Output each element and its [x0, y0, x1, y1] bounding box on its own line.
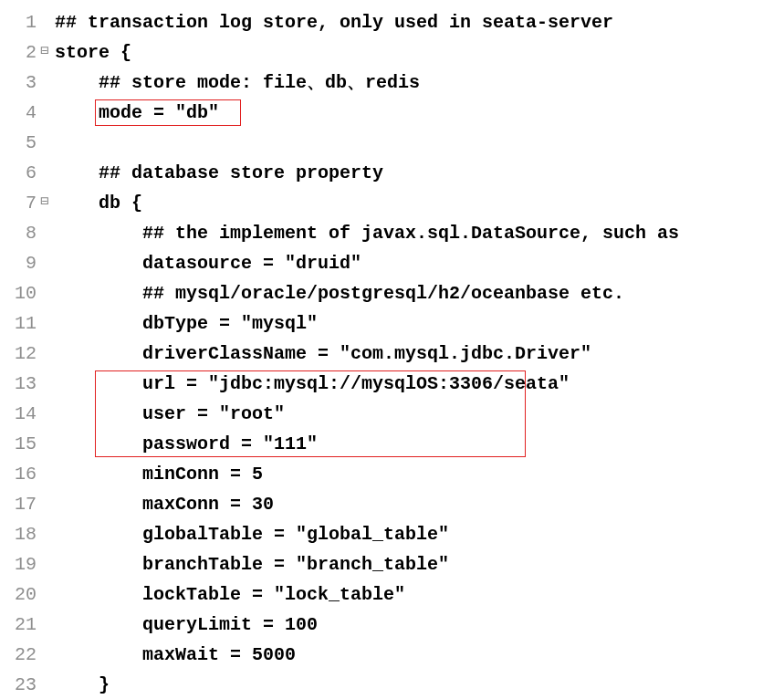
code-text: password = "111"	[55, 429, 318, 459]
code-text: branchTable = "branch_table"	[55, 549, 449, 579]
code-line: 19 branchTable = "branch_table"	[0, 549, 784, 579]
code-line: 1## transaction log store, only used in …	[0, 7, 784, 37]
code-line: 14 user = "root"	[0, 399, 784, 429]
code-line: 23 }	[0, 670, 784, 699]
code-editor: 1## transaction log store, only used in …	[0, 7, 784, 699]
code-line: 12 driverClassName = "com.mysql.jdbc.Dri…	[0, 339, 784, 369]
code-line: 16 minConn = 5	[0, 459, 784, 489]
code-text: store {	[55, 37, 131, 68]
code-line: 4 mode = "db"	[0, 98, 784, 128]
code-line: 2⊟store {	[0, 37, 784, 68]
code-text: queryLimit = 100	[55, 610, 318, 640]
fold-gutter[interactable]: ⊟	[40, 192, 55, 214]
code-line: 13 url = "jdbc:mysql://mysqlOS:3306/seat…	[0, 369, 784, 399]
code-line: 8 ## the implement of javax.sql.DataSour…	[0, 218, 784, 248]
line-number: 14	[0, 399, 40, 429]
line-number: 3	[0, 68, 40, 98]
line-number: 10	[0, 278, 40, 308]
line-number: 17	[0, 489, 40, 519]
code-text: ## database store property	[55, 158, 383, 188]
code-line: 20 lockTable = "lock_table"	[0, 579, 784, 610]
code-text: ## store mode: file、db、redis	[55, 68, 420, 98]
line-number: 23	[0, 670, 40, 699]
code-line: 17 maxConn = 30	[0, 489, 784, 519]
line-number: 1	[0, 7, 40, 37]
code-line: 11 dbType = "mysql"	[0, 308, 784, 339]
code-line: 21 queryLimit = 100	[0, 610, 784, 640]
code-text: maxWait = 5000	[55, 640, 296, 670]
line-number: 20	[0, 579, 40, 610]
code-line: 3 ## store mode: file、db、redis	[0, 68, 784, 98]
code-text: user = "root"	[55, 399, 285, 429]
code-line: 9 datasource = "druid"	[0, 248, 784, 278]
line-number: 13	[0, 369, 40, 399]
line-number: 18	[0, 519, 40, 549]
code-text: mode = "db"	[55, 98, 219, 128]
line-number: 4	[0, 98, 40, 128]
code-text: datasource = "druid"	[55, 248, 361, 278]
line-number: 21	[0, 610, 40, 640]
code-text: ## mysql/oracle/postgresql/h2/oceanbase …	[55, 278, 624, 308]
line-number: 11	[0, 308, 40, 339]
code-line: 7⊟ db {	[0, 188, 784, 218]
code-text: db {	[55, 188, 142, 218]
code-line: 22 maxWait = 5000	[0, 640, 784, 670]
line-number: 9	[0, 248, 40, 278]
line-number: 12	[0, 339, 40, 369]
code-line: 10 ## mysql/oracle/postgresql/h2/oceanba…	[0, 278, 784, 308]
code-line: 15 password = "111"	[0, 429, 784, 459]
code-text: lockTable = "lock_table"	[55, 579, 405, 610]
line-number: 22	[0, 640, 40, 670]
code-text: minConn = 5	[55, 459, 263, 489]
code-text: globalTable = "global_table"	[55, 519, 449, 549]
line-number: 16	[0, 459, 40, 489]
code-text: ## transaction log store, only used in s…	[55, 7, 613, 37]
line-number: 19	[0, 549, 40, 579]
line-number: 2	[0, 37, 40, 68]
code-text: maxConn = 30	[55, 489, 274, 519]
line-number: 5	[0, 128, 40, 158]
code-text: }	[55, 670, 110, 699]
fold-gutter[interactable]: ⊟	[40, 41, 55, 64]
code-text: ## the implement of javax.sql.DataSource…	[55, 218, 679, 248]
line-number: 7	[0, 188, 40, 218]
line-number: 15	[0, 429, 40, 459]
code-text: driverClassName = "com.mysql.jdbc.Driver…	[55, 339, 591, 369]
code-line: 18 globalTable = "global_table"	[0, 519, 784, 549]
code-line: 6 ## database store property	[0, 158, 784, 188]
code-line: 5	[0, 128, 784, 158]
code-text: url = "jdbc:mysql://mysqlOS:3306/seata"	[55, 369, 570, 399]
code-text: dbType = "mysql"	[55, 308, 318, 339]
line-number: 8	[0, 218, 40, 248]
line-number: 6	[0, 158, 40, 188]
